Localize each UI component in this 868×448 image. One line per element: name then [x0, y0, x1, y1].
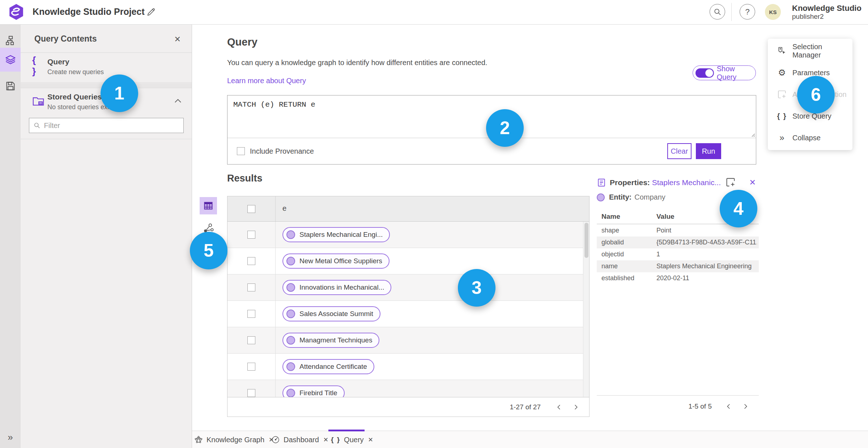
results-prev-page-button[interactable]: [551, 401, 567, 414]
entity-pill[interactable]: New Metal Office Suppliers: [282, 253, 390, 269]
help-button[interactable]: ?: [740, 4, 755, 20]
panel-title: Query Contents: [34, 34, 97, 44]
property-row[interactable]: name Staplers Mechanical Engineering: [597, 260, 759, 272]
row-checkbox[interactable]: [247, 336, 255, 344]
learn-more-link[interactable]: Learn more about Query: [227, 77, 306, 85]
filter-input[interactable]: [44, 121, 179, 130]
row-checkbox[interactable]: [247, 231, 255, 239]
braces-icon: { }: [331, 436, 340, 444]
table-row[interactable]: Innovations in Mechanical...: [227, 274, 589, 301]
row-checkbox[interactable]: [247, 363, 255, 371]
entity-pill[interactable]: Managment Techniques: [282, 333, 379, 348]
properties-header: Properties: Staplers Mechanic... ✕: [597, 177, 759, 189]
panel-close-icon[interactable]: ✕: [174, 35, 181, 44]
entity-dot-icon: [286, 310, 295, 318]
entity-pill[interactable]: Firebird Title: [282, 385, 345, 397]
braces-icon: { }: [32, 55, 44, 77]
stored-queries-folder-icon: [33, 95, 44, 106]
entity-pill[interactable]: Staplers Mechanical Engi...: [282, 227, 390, 242]
account-info[interactable]: Knowledge Studio publisher2: [792, 4, 861, 21]
row-checkbox[interactable]: [247, 310, 255, 318]
project-title: Knowledge Studio Project: [33, 7, 145, 17]
chevron-left-icon: [556, 404, 562, 410]
scrollbar-thumb[interactable]: [584, 223, 588, 258]
table-row[interactable]: Firebird Title: [227, 380, 589, 397]
account-username: publisher2: [792, 13, 861, 21]
filter-search-icon: [34, 122, 41, 129]
layers-view-button[interactable]: [0, 48, 21, 72]
avatar[interactable]: KS: [765, 4, 781, 20]
entity-pill[interactable]: Innovations in Mechanical...: [282, 280, 391, 295]
annotation-badge-1: 1: [101, 74, 138, 112]
close-tab-icon[interactable]: ✕: [368, 436, 373, 444]
row-checkbox[interactable]: [247, 283, 255, 291]
clear-button[interactable]: Clear: [667, 143, 692, 159]
collapse-section-button[interactable]: [174, 98, 182, 105]
table-row[interactable]: New Metal Office Suppliers: [227, 248, 589, 274]
property-row[interactable]: objectid 1: [597, 248, 759, 260]
annotation-badge-3: 3: [458, 269, 495, 307]
select-all-checkbox[interactable]: [247, 205, 255, 213]
menu-item-collapse[interactable]: » Collapse: [768, 127, 852, 149]
entity-dot-icon: [286, 257, 295, 265]
add-to-selection-icon[interactable]: [726, 177, 736, 187]
hierarchy-icon: [5, 35, 16, 46]
close-tab-icon[interactable]: ✕: [323, 436, 328, 444]
entity-dot-icon: [286, 389, 295, 397]
table-row[interactable]: Sales Associate Summit: [227, 301, 589, 327]
expand-strip-button[interactable]: »: [0, 432, 21, 443]
toggle-track[interactable]: [695, 68, 714, 78]
tab-knowledge-graph[interactable]: Knowledge Graph ✕: [194, 431, 274, 448]
double-chevron-right-icon: »: [779, 133, 784, 143]
results-table-body: Staplers Mechanical Engi... New Metal Of…: [227, 222, 589, 397]
properties-next-page-button[interactable]: [737, 400, 754, 413]
properties-prev-page-button[interactable]: [720, 400, 737, 413]
entity-pill[interactable]: Attendance Certificate: [282, 359, 374, 374]
table-row[interactable]: Attendance Certificate: [227, 354, 589, 380]
annotation-badge-6: 6: [797, 76, 835, 114]
properties-page-range: 1-5 of 5: [689, 402, 712, 410]
properties-close-icon[interactable]: ✕: [749, 178, 756, 187]
tab-dashboard[interactable]: Dashboard ✕: [271, 431, 328, 448]
chevron-right-icon: [742, 403, 749, 410]
search-button[interactable]: [710, 4, 725, 20]
row-checkbox[interactable]: [247, 257, 255, 265]
entity-dot-icon: [286, 362, 295, 371]
edit-title-icon[interactable]: [146, 7, 156, 17]
menu-item-selection-manager[interactable]: Selection Manager: [768, 40, 852, 62]
schema-view-button[interactable]: [0, 32, 21, 49]
property-row[interactable]: established 2020-02-11: [597, 272, 759, 284]
properties-entity-link[interactable]: Staplers Mechanic...: [652, 178, 721, 187]
query-heading: Query: [227, 36, 258, 48]
show-query-toggle[interactable]: Show Query: [693, 65, 756, 80]
topbar: Knowledge Studio Project ? KS Knowledge …: [0, 0, 868, 25]
filter-field[interactable]: [29, 118, 184, 133]
tab-query[interactable]: { } Query ✕: [331, 431, 373, 448]
query-list-item[interactable]: { } Query Create new queries: [21, 53, 192, 83]
knowledge-graph-icon: [194, 435, 203, 444]
resize-handle[interactable]: [750, 132, 755, 137]
properties-icon: [597, 178, 606, 187]
row-checkbox[interactable]: [247, 389, 255, 397]
table-row[interactable]: Managment Techniques: [227, 327, 589, 354]
entity-pill[interactable]: Sales Associate Summit: [282, 306, 380, 321]
entity-label: Entity:: [609, 193, 631, 201]
table-icon: [203, 201, 213, 211]
save-button[interactable]: [0, 77, 21, 95]
property-row[interactable]: globalid {5D9B4713-F98D-4A53-A59F-C11...: [597, 236, 759, 248]
table-view-button[interactable]: [200, 197, 217, 214]
query-editor-footer: Include Provenance Clear Run: [227, 138, 756, 164]
results-next-page-button[interactable]: [567, 401, 584, 414]
include-provenance-checkbox[interactable]: [237, 147, 245, 155]
table-row[interactable]: Staplers Mechanical Engi...: [227, 222, 589, 248]
panel-section-divider: [21, 139, 192, 139]
entity-row: Entity: Company: [597, 193, 665, 201]
annotation-badge-2: 2: [486, 109, 524, 147]
run-button[interactable]: Run: [696, 143, 721, 159]
annotation-badge-5: 5: [190, 232, 227, 269]
side-icon-strip: »: [0, 25, 21, 448]
entity-dot-icon: [286, 336, 295, 345]
query-item-subtitle: Create new queries: [47, 68, 104, 76]
results-scrollbar[interactable]: [583, 222, 589, 397]
braces-icon: { }: [777, 112, 787, 120]
